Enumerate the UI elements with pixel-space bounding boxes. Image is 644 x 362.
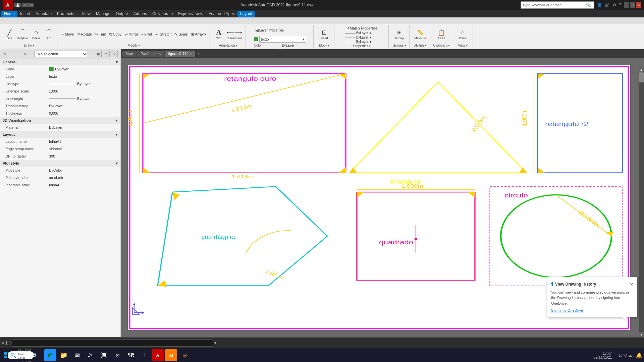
block-expand-icon[interactable]: ▾ (328, 44, 329, 47)
cart-icon[interactable]: 🛒 (605, 3, 610, 7)
polyline-button[interactable]: ⌒ Polyline (16, 28, 30, 41)
clipboard-group-label[interactable]: Clipboard ▾ (433, 44, 450, 47)
text-button[interactable]: A Text (213, 28, 225, 41)
quick-access-btn[interactable]: 💾 (14, 3, 21, 7)
props-pin-btn[interactable]: ─ (14, 52, 16, 56)
menu-collaborate[interactable]: Collaborate (150, 11, 175, 17)
groups-expand-icon[interactable]: ▾ (405, 44, 406, 47)
line-button[interactable]: ╱ Line (3, 28, 15, 41)
bylayer-lw-dropdown-icon[interactable]: ▾ (370, 40, 371, 44)
selection-dropdown[interactable]: No selection (34, 51, 88, 57)
cmd-dropdown-btn[interactable]: ▾ (214, 341, 216, 345)
taskbar-autocad[interactable]: A (152, 349, 164, 361)
properties-group-label[interactable]: Properties ▾ (353, 44, 371, 48)
task-view-btn[interactable]: ⧉ (28, 349, 40, 361)
block-group-label[interactable]: Block ▾ (319, 44, 329, 47)
layer-props-button[interactable]: ⊞ Layer Properties (254, 25, 285, 35)
tab-parabola[interactable]: Parábola* ✕ (137, 51, 164, 57)
menu-express[interactable]: Express Tools (175, 11, 206, 17)
dimension-button[interactable]: ⟵⟶ Dimension (225, 28, 244, 41)
insert-button[interactable]: ⊡ Insert (318, 28, 330, 41)
taskbar-photos[interactable]: 🖼 (98, 349, 110, 361)
general-section-header[interactable]: General ▾ (0, 59, 120, 65)
tab-parabola-close[interactable]: ✕ (158, 52, 161, 56)
maximize-button[interactable]: □ (630, 2, 635, 8)
props-icon-3[interactable]: ✕ (111, 51, 118, 57)
account-icon[interactable]: 👤 (597, 3, 602, 7)
props-close-btn[interactable]: ✕ (3, 51, 7, 57)
redo-btn[interactable]: ↪ (28, 3, 34, 7)
add-tab-button[interactable]: + (196, 51, 201, 56)
trim-button[interactable]: ✂ Trim (94, 32, 108, 37)
visualization-section-header[interactable]: 3D Visualization ▾ (0, 117, 120, 124)
tab-figuras-close[interactable]: ✕ (189, 52, 192, 56)
props-icon-2[interactable]: ≡ (103, 51, 110, 57)
modify-group-label[interactable]: Modify ▾ (128, 44, 140, 47)
base-button[interactable]: ⌂ Base (457, 28, 469, 41)
menu-featured[interactable]: Featured Apps (206, 11, 237, 17)
menu-home[interactable]: Home (1, 11, 17, 17)
cmd-close-btn[interactable]: ✕ (1, 341, 5, 345)
tab-start[interactable]: Start (122, 51, 137, 57)
search-taskbar-btn[interactable]: 🔍 Escreva aqui para procurar (15, 349, 27, 361)
menu-manage[interactable]: Manage (93, 11, 113, 17)
layer-dropdown[interactable]: texto ▾ (259, 36, 306, 43)
right-scrollbar[interactable]: ▲ ▼ (639, 67, 644, 337)
plot-style-section-header[interactable]: Plot style ▾ (0, 160, 120, 167)
close-button[interactable]: ✕ (636, 2, 641, 8)
utilities-expand-icon[interactable]: ▾ (425, 44, 427, 47)
array-button[interactable]: ⊞ Array▾ (190, 32, 208, 37)
taskbar-filezilla[interactable]: ⊞ (178, 349, 191, 361)
search-icon[interactable]: 🔍 (586, 3, 591, 7)
view-group-label[interactable]: View ▾ (458, 44, 468, 47)
taskbar-mail[interactable]: ✉ (71, 349, 83, 361)
taskbar-illustrator[interactable]: Ai (165, 349, 177, 361)
groups-group-label[interactable]: Groups ▾ (393, 44, 406, 47)
taskbar-chrome[interactable]: ⊙ (111, 349, 123, 361)
scroll-up-btn[interactable]: ▲ (639, 67, 644, 72)
scroll-down-btn[interactable]: ▼ (639, 332, 644, 337)
group-button[interactable]: ⊞ Group (393, 28, 406, 41)
tab-figuras[interactable]: figuras9.11* ✕ (165, 51, 196, 57)
drawing-canvas[interactable]: retangulo ouro 1,912m 1,618m 1,000m (121, 58, 644, 337)
annotation-expand-icon[interactable]: ▾ (236, 44, 237, 47)
move-button[interactable]: ✛ Move (60, 32, 75, 37)
notification-btn[interactable]: 🔔 (636, 352, 643, 359)
help-icon[interactable]: ? (619, 3, 621, 7)
circle-button[interactable]: ○ Circle (30, 28, 42, 41)
bylayer-dropdown-icon[interactable]: ▾ (370, 31, 371, 35)
stretch-button[interactable]: ↔ Stretch (154, 32, 173, 37)
measure-button[interactable]: 📏 Measure (413, 28, 427, 41)
props-icon-1[interactable]: ⊞ (95, 51, 102, 57)
taskbar-explorer[interactable]: 📁 (58, 349, 70, 361)
taskbar-teams[interactable]: T (138, 349, 150, 361)
menu-addins[interactable]: Add-ins (130, 11, 150, 17)
menu-insert[interactable]: Insert (17, 11, 33, 17)
taskbar-store[interactable]: 🛍 (85, 349, 97, 361)
search-input[interactable] (522, 3, 586, 7)
layout-section-header[interactable]: Layout ▾ (0, 131, 120, 138)
scale-button[interactable]: ⤡ Scale (173, 32, 189, 37)
properties-expand-icon[interactable]: ▾ (369, 44, 371, 48)
command-input[interactable] (12, 339, 213, 347)
menu-output[interactable]: Output (113, 11, 130, 17)
app-logo[interactable]: A (3, 0, 13, 10)
modify-expand-icon[interactable]: ▾ (138, 44, 140, 47)
props-expand-btn[interactable]: ⚙ (23, 52, 27, 56)
view-expand-icon[interactable]: ▾ (466, 44, 468, 47)
search-bar[interactable]: 🔍 (521, 1, 594, 9)
undo-btn[interactable]: ↩ (22, 3, 28, 7)
draw-group-label[interactable]: Draw ▾ (24, 44, 34, 47)
popup-close-btn[interactable]: × (630, 282, 633, 287)
taskbar-maps[interactable]: 🗺 (125, 349, 137, 361)
cmd-history-btn[interactable]: ⊞ (8, 341, 12, 345)
paste-button[interactable]: 📋 Paste (435, 28, 447, 41)
mirror-button[interactable]: ⇌ Mirror (123, 32, 140, 37)
utilities-group-label[interactable]: Utilities ▾ (414, 44, 427, 47)
taskbar-edge[interactable] (44, 349, 56, 361)
minimize-button[interactable]: ─ (624, 2, 629, 8)
rotate-button[interactable]: ↻ Rotate (76, 32, 93, 37)
layer-dropdown-arrow[interactable]: ▾ (303, 37, 305, 42)
clipboard-expand-icon[interactable]: ▾ (448, 44, 450, 47)
match-props-button[interactable]: ⊿ Match Properties (345, 25, 379, 31)
